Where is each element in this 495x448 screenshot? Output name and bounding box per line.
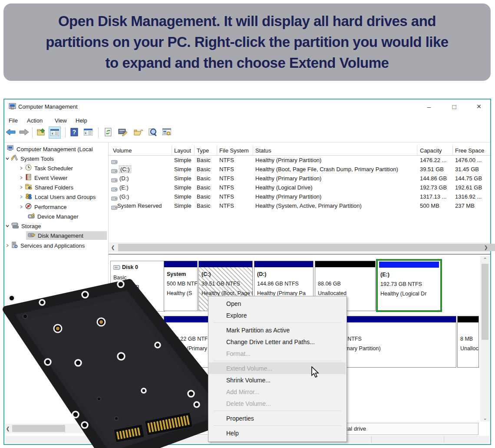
maximize-button[interactable]: □	[446, 101, 463, 112]
cell-status: Healthy (Primary Partition)	[255, 175, 321, 182]
cell-status: Healthy (Primary Partition)	[255, 157, 321, 163]
col-status[interactable]: Status	[255, 147, 271, 154]
cell-layout: Simple	[174, 202, 191, 209]
menu-item-help[interactable]: Help	[209, 427, 346, 439]
task-scheduler-icon	[25, 164, 32, 172]
cell-free: 1476.00 ...	[455, 157, 482, 163]
cell-type: Basic	[197, 166, 211, 173]
col-type[interactable]: Type	[197, 147, 209, 154]
tree-item-system-tools[interactable]: System Tools	[5, 154, 54, 163]
table-row[interactable]: Simple Basic NTFS Healthy (Primary Parti…	[109, 156, 490, 165]
col-layout[interactable]: Layout	[174, 147, 191, 154]
scroll-left-icon[interactable]: ❮	[109, 242, 116, 252]
scrollbar-thumb[interactable]	[118, 244, 495, 251]
menu-item-change-drive-letter[interactable]: Change Drive Letter and Paths...	[209, 336, 346, 348]
remote-window-icon[interactable]	[161, 126, 172, 138]
cell-type: Basic	[197, 157, 211, 163]
mouse-cursor-icon	[311, 366, 321, 380]
cell-volume: (C:)	[119, 166, 131, 173]
scroll-right-icon[interactable]: ❯	[482, 242, 489, 252]
cell-status: Healthy (Primary Partition)	[255, 193, 321, 200]
tree-item-disk-management[interactable]: Disk Management	[26, 231, 107, 240]
properties-icon[interactable]	[117, 126, 128, 138]
volume-icon	[111, 204, 118, 212]
tree-item-task-scheduler[interactable]: Task Scheduler	[19, 164, 73, 173]
menu-file[interactable]: File	[9, 117, 18, 124]
menu-item-open[interactable]: Open	[209, 298, 346, 309]
open-folder-icon[interactable]	[133, 126, 144, 138]
chevron-expanded-icon[interactable]	[5, 156, 10, 161]
scroll-down-icon[interactable]: ⌄	[480, 415, 490, 421]
chevron-collapsed-icon[interactable]	[19, 166, 23, 170]
table-row[interactable]: (E:) Simple Basic NTFS Healthy (Logical …	[109, 183, 490, 192]
chevron-collapsed-icon[interactable]	[19, 205, 23, 209]
table-row[interactable]: (C:) Simple Basic NTFS Healthy (Boot, Pa…	[109, 165, 490, 174]
cell-free: 31.45 GB	[455, 166, 479, 173]
scroll-up-icon[interactable]: ⌃	[480, 256, 490, 263]
list-horizontal-scrollbar[interactable]: ❮ ❯	[109, 242, 490, 252]
help-icon[interactable]: ?	[69, 126, 80, 138]
chevron-expanded-icon[interactable]	[5, 224, 10, 228]
scrollbar-thumb[interactable]	[482, 264, 488, 340]
menu-item-properties[interactable]: Properties	[209, 412, 346, 424]
col-file-system[interactable]: File System	[219, 147, 249, 154]
cell-status: Healthy (Logical Drive)	[255, 184, 313, 191]
cell-fs: NTFS	[219, 157, 234, 163]
up-folder-icon[interactable]	[36, 126, 47, 138]
menu-action[interactable]: Action	[27, 117, 43, 124]
graph-vertical-scrollbar[interactable]: ⌃ ⌄	[480, 256, 490, 421]
chevron-collapsed-icon[interactable]	[5, 243, 10, 248]
cell-volume: (E:)	[119, 184, 129, 191]
chevron-collapsed-icon[interactable]	[19, 185, 23, 189]
partition-unallocated-8mb[interactable]: 8 MBUnallocated	[457, 316, 479, 368]
forward-icon[interactable]	[18, 126, 30, 138]
maximize-icon: □	[452, 103, 456, 110]
export-list-icon[interactable]	[102, 126, 114, 138]
tree-item-services-and-applications[interactable]: Services and Applications	[5, 241, 85, 250]
cell-fs: NTFS	[219, 184, 234, 191]
table-row[interactable]: System Reserved Simple Basic NTFS Health…	[109, 202, 490, 211]
cell-capacity: 1476.22 ...	[420, 157, 446, 163]
menu-view[interactable]: View	[55, 117, 67, 124]
col-volume[interactable]: Volume	[113, 147, 132, 154]
partition-color-strip	[164, 261, 197, 267]
tree-item-device-manager[interactable]: Device Manager	[28, 212, 79, 221]
cell-layout: Simple	[174, 157, 191, 163]
cell-free: 192.61 GB	[455, 184, 482, 191]
close-button[interactable]: ×	[470, 101, 488, 112]
table-row[interactable]: (D:) Simple Basic NTFS Healthy (Primary …	[109, 174, 490, 183]
table-row[interactable]: (G:) Simple Basic NTFS Healthy (Primary …	[109, 192, 490, 202]
disk0-name: Disk 0	[122, 264, 138, 270]
cell-capacity: 500 MB	[420, 202, 439, 209]
col-capacity[interactable]: Capacity	[420, 147, 442, 154]
chevron-collapsed-icon[interactable]	[19, 195, 23, 199]
show-console-tree-icon[interactable]	[49, 126, 61, 139]
tree-item-event-viewer[interactable]: Event Viewer	[19, 173, 67, 182]
cell-type: Basic	[197, 184, 211, 191]
tree-item-local-users-and-groups[interactable]: Local Users and Groups	[19, 192, 96, 201]
menu-help[interactable]: Help	[76, 117, 87, 124]
minimize-button[interactable]: –	[420, 101, 438, 112]
partition-color-strip	[254, 261, 313, 267]
tree-item-shared-folders[interactable]: Shared Folders	[19, 183, 73, 192]
cell-type: Basic	[197, 193, 211, 200]
tree-item-computer-management[interactable]: Computer Management (Local	[7, 145, 93, 153]
partition-e[interactable]: (E:)192.73 GB NTFSHealthy (Logical Dr	[376, 259, 442, 312]
banner-line-1: Open Disk Management. It will display al…	[58, 11, 436, 32]
tree-item-storage[interactable]: Storage	[5, 222, 41, 230]
back-icon[interactable]	[5, 126, 16, 138]
menu-item-explore[interactable]: Explore	[209, 309, 346, 321]
console-window-icon[interactable]	[82, 126, 94, 138]
col-free-space[interactable]: Free Space	[455, 147, 484, 154]
menu-item-mark-partition-active[interactable]: Mark Partition as Active	[209, 324, 346, 336]
cell-volume: (G:)	[119, 193, 129, 200]
menu-item-extend-volume[interactable]: Extend Volume...	[209, 362, 346, 374]
cell-capacity: 192.73 GB	[420, 184, 447, 191]
find-icon[interactable]	[147, 126, 158, 138]
cell-free: 237 MB	[455, 202, 475, 209]
chevron-collapsed-icon[interactable]	[19, 176, 23, 180]
svg-text:?: ?	[73, 129, 76, 136]
ssd-adapter-image	[0, 276, 243, 448]
tree-item-performance[interactable]: Performance	[19, 202, 66, 211]
menu-item-shrink-volume[interactable]: Shrink Volume...	[209, 374, 346, 386]
